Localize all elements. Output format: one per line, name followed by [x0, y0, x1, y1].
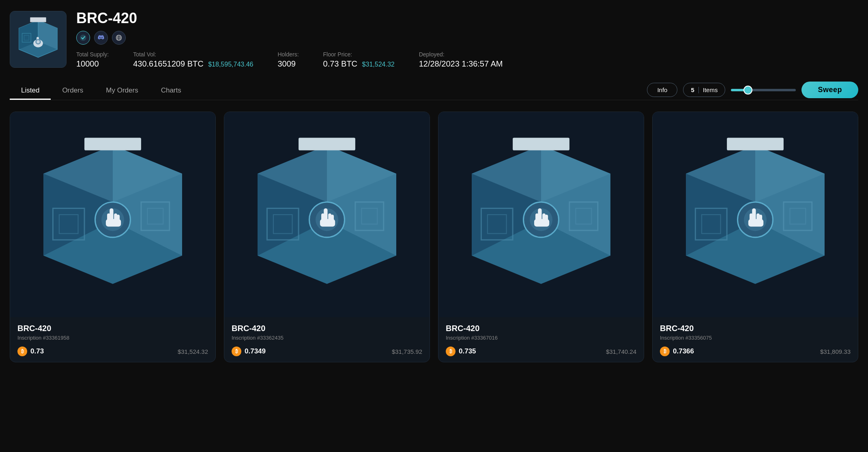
btc-price-value: 0.73	[30, 347, 44, 355]
stats-row: Total Supply: 10000 Total Vol: 430.61651…	[76, 51, 858, 69]
deployed-value: 12/28/2023 1:36:57 AM	[419, 59, 503, 69]
btc-icon: ₿	[232, 347, 241, 356]
item-inscription: Inscription #33362435	[232, 335, 422, 341]
item-image-1	[224, 112, 430, 317]
collection-logo	[10, 11, 67, 68]
holders-stat: Holders: 3009	[277, 51, 299, 69]
tab-my-orders[interactable]: My Orders	[95, 82, 149, 100]
item-info-0: BRC-420 Inscription #33361958 ₿ 0.73 $31…	[10, 317, 215, 362]
slider-container	[731, 89, 796, 91]
floor-price-usd: $31,524.32	[362, 61, 395, 68]
item-inscription: Inscription #33367016	[446, 335, 636, 341]
item-name: BRC-420	[446, 324, 636, 333]
info-button[interactable]: Info	[647, 83, 677, 97]
total-vol-btc: 430.61651209 BTC	[133, 59, 203, 68]
items-button[interactable]: 5 Items	[683, 83, 725, 97]
item-inscription: Inscription #33361958	[17, 335, 208, 341]
items-count: 5	[691, 86, 694, 93]
item-info-3: BRC-420 Inscription #33356075 ₿ 0.7366 $…	[653, 317, 858, 362]
items-grid: BRC-420 Inscription #33361958 ₿ 0.73 $31…	[10, 112, 858, 362]
total-vol-value: 430.61651209 BTC $18,595,743.46	[133, 59, 253, 69]
collection-header: BRC-420	[10, 10, 858, 69]
item-card[interactable]: BRC-420 Inscription #33362435 ₿ 0.7349 $…	[224, 112, 430, 362]
svg-rect-82	[748, 219, 763, 227]
item-image-0	[10, 112, 215, 317]
svg-rect-75	[727, 138, 784, 150]
total-supply-value: 10000	[76, 59, 109, 69]
item-card[interactable]: BRC-420 Inscription #33356075 ₿ 0.7366 $…	[652, 112, 858, 362]
btc-price: ₿ 0.7366	[660, 347, 694, 356]
total-vol-stat: Total Vol: 430.61651209 BTC $18,595,743.…	[133, 51, 253, 69]
svg-rect-48	[320, 219, 335, 227]
floor-price-btc: 0.73 BTC	[323, 59, 357, 68]
usd-price: $31,524.32	[178, 348, 208, 355]
tabs-bar: Listed Orders My Orders Charts Info 5 It…	[10, 82, 858, 100]
total-vol-label: Total Vol:	[133, 51, 253, 58]
item-price-row: ₿ 0.73 $31,524.32	[17, 347, 208, 356]
deployed-label: Deployed:	[419, 51, 503, 58]
holders-value: 3009	[277, 59, 299, 69]
item-inscription: Inscription #33356075	[660, 335, 851, 341]
tab-orders[interactable]: Orders	[51, 82, 95, 100]
floor-price-label: Floor Price:	[323, 51, 395, 58]
item-price-row: ₿ 0.7366 $31,809.33	[660, 347, 851, 356]
tabs-right-controls: Info 5 Items Sweep	[647, 82, 858, 100]
verified-icon[interactable]	[76, 31, 90, 45]
item-name: BRC-420	[660, 324, 851, 333]
item-card[interactable]: BRC-420 Inscription #33367016 ₿ 0.735 $3…	[438, 112, 644, 362]
item-price-row: ₿ 0.735 $31,740.24	[446, 347, 636, 356]
svg-rect-58	[513, 138, 569, 150]
svg-rect-31	[106, 219, 121, 227]
btc-price: ₿ 0.7349	[232, 347, 266, 356]
total-supply-stat: Total Supply: 10000	[76, 51, 109, 69]
sweep-button[interactable]: Sweep	[801, 82, 858, 98]
btc-price-value: 0.7349	[245, 347, 266, 355]
items-label: Items	[703, 86, 718, 93]
discord-icon[interactable]	[94, 31, 108, 45]
item-price-row: ₿ 0.7349 $31,735.92	[232, 347, 422, 356]
btc-icon: ₿	[660, 347, 670, 356]
item-info-2: BRC-420 Inscription #33367016 ₿ 0.735 $3…	[438, 317, 644, 362]
collection-title: BRC-420	[76, 10, 858, 27]
btc-icon: ₿	[446, 347, 455, 356]
item-card[interactable]: BRC-420 Inscription #33361958 ₿ 0.73 $31…	[10, 112, 216, 362]
usd-price: $31,809.33	[820, 348, 851, 355]
item-image-2	[438, 112, 644, 317]
total-supply-label: Total Supply:	[76, 51, 109, 58]
items-divider	[698, 87, 699, 93]
total-vol-usd: $18,595,743.46	[208, 61, 253, 68]
btc-price-value: 0.7366	[673, 347, 694, 355]
tab-charts[interactable]: Charts	[150, 82, 193, 100]
btc-price-value: 0.735	[459, 347, 476, 355]
item-info-1: BRC-420 Inscription #33362435 ₿ 0.7349 $…	[224, 317, 430, 362]
item-name: BRC-420	[17, 324, 208, 333]
floor-price-stat: Floor Price: 0.73 BTC $31,524.32	[323, 51, 395, 69]
floor-price-value: 0.73 BTC $31,524.32	[323, 59, 395, 69]
deployed-stat: Deployed: 12/28/2023 1:36:57 AM	[419, 51, 503, 69]
btc-price: ₿ 0.735	[446, 347, 476, 356]
items-slider[interactable]	[731, 89, 796, 91]
item-image-3	[653, 112, 858, 317]
svg-rect-24	[84, 138, 141, 150]
usd-price: $31,735.92	[392, 348, 422, 355]
tab-listed[interactable]: Listed	[10, 82, 51, 100]
social-icons	[76, 31, 858, 45]
svg-point-10	[37, 40, 40, 43]
website-icon[interactable]	[112, 31, 126, 45]
btc-price: ₿ 0.73	[17, 347, 44, 356]
svg-rect-65	[534, 219, 549, 227]
item-name: BRC-420	[232, 324, 422, 333]
holders-label: Holders:	[277, 51, 299, 58]
svg-rect-5	[30, 17, 46, 22]
btc-icon: ₿	[17, 347, 27, 356]
svg-rect-41	[299, 138, 355, 150]
usd-price: $31,740.24	[606, 348, 636, 355]
collection-info: BRC-420	[76, 10, 858, 69]
